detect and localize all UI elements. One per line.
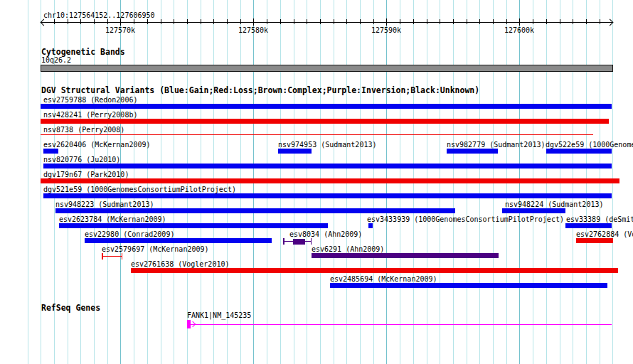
ruler-tick-minor [307, 19, 307, 24]
cytogenetic-section-header: Cytogenetic Bands [41, 48, 125, 56]
ruler-tick-major [253, 18, 254, 26]
feature-label-esv2761638[interactable]: esv2761638 (Vogler2010) [131, 260, 229, 268]
ruler-tick-minor [94, 19, 95, 24]
feature-label-esv3433939[interactable]: esv3433939 (1000GenomesConsortiumPilotPr… [367, 215, 564, 223]
feature-bar-esv2761638[interactable] [131, 268, 618, 273]
ruler-tick-minor [453, 19, 454, 24]
feature-label-esv22980[interactable]: esv22980 (Conrad2009) [85, 230, 174, 238]
feature-bar-nsv428241[interactable] [41, 119, 609, 124]
grid-line-minor [28, 0, 28, 364]
ruler-tick-minor [107, 19, 108, 24]
feature-bar-dgv179n67[interactable] [41, 178, 619, 183]
feature-label-esv2623784[interactable]: esv2623784 (McKernan2009) [59, 215, 166, 223]
ruler-tick-minor [533, 19, 533, 24]
feature-bar-dgv521e59[interactable] [43, 193, 612, 198]
feature-label-nsv8738[interactable]: nsv8738 (Perry2008) [43, 126, 124, 134]
gene-direction-arrow-icon[interactable] [190, 321, 196, 327]
ruler-tick-major [120, 18, 121, 26]
feature-bar-nsv948224[interactable] [502, 208, 565, 213]
feature-bar-nsv948223[interactable] [55, 208, 455, 213]
feature-bar-esv2762884[interactable] [576, 238, 613, 243]
ruler-tick-minor [546, 19, 547, 24]
ruler-tick-minor [147, 19, 148, 24]
dgv-section-header: DGV Structural Variants (Blue:Gain;Red:L… [41, 86, 479, 95]
feature-label-nsv948223[interactable]: nsv948223 (Sudmant2013) [55, 200, 154, 208]
ruler-tick-label: 127570k [105, 26, 135, 34]
feature-span-esv2579697[interactable] [102, 253, 122, 259]
ruler-tick-minor [267, 19, 267, 24]
feature-label-dgv179n67[interactable]: dgv179n67 (Park2010) [43, 171, 129, 178]
ruler-tick-minor [560, 19, 560, 24]
feature-label-dgv522e59[interactable]: dgv522e59 (1000Genome [546, 141, 633, 149]
ruler-tick-minor [294, 19, 294, 24]
ruler-tick-minor [600, 19, 600, 24]
feature-bar-esv3433939[interactable] [368, 223, 373, 228]
feature-label-esv2759788[interactable]: esv2759788 (Redon2006) [43, 96, 137, 104]
ruler-tick-minor [400, 19, 400, 24]
ruler-tick-minor [201, 19, 201, 24]
ruler-tick-minor [174, 19, 174, 24]
feature-label-nsv974953[interactable]: nsv974953 (Sudmant2013) [278, 141, 376, 149]
ruler-tick-minor [479, 19, 480, 24]
feature-label-esv33389[interactable]: esv33389 (deSmit [566, 215, 633, 223]
feature-bar-esv33389[interactable] [565, 223, 612, 228]
feature-line-nsv8738[interactable] [41, 134, 593, 135]
feature-label-nsv948224[interactable]: nsv948224 (Sudmant2013) [505, 200, 603, 208]
feature-label-esv8034[interactable]: esv8034 (Ahn2009) [289, 230, 362, 238]
ruler-tick-minor [161, 19, 161, 24]
ruler-tick-minor [134, 19, 134, 24]
feature-bar-esv22980[interactable] [85, 238, 272, 243]
ruler-tick-minor [373, 19, 374, 24]
ruler-tick-minor [320, 19, 321, 24]
ruler-tick-minor [440, 19, 440, 24]
feature-span-part [102, 256, 122, 257]
feature-label-nsv428241[interactable]: nsv428241 (Perry2008b) [43, 111, 137, 119]
feature-bar-nsv820776[interactable] [43, 164, 612, 168]
ruler-tick-label: 127580k [238, 26, 268, 34]
ruler-tick-label: 127590k [371, 26, 401, 34]
feature-bar-nsv974953[interactable] [278, 149, 312, 154]
ruler-tick-minor [573, 19, 573, 24]
feature-bar-esv2485694[interactable] [330, 283, 607, 288]
ruler-tick-minor [227, 19, 228, 24]
ruler-tick-minor [346, 19, 347, 24]
genome-browser-panel: chr10:127564152..127606950 Cytogenetic B… [0, 0, 633, 364]
feature-label-esv2579697[interactable]: esv2579697 (McKernan2009) [102, 245, 209, 253]
ruler-tick-minor [80, 19, 81, 24]
feature-bar-nsv982779[interactable] [447, 149, 498, 154]
feature-label-nsv982779[interactable]: nsv982779 (Sudmant2013) [447, 141, 545, 149]
ruler-tick-minor [187, 19, 188, 24]
feature-span-esv8034[interactable] [283, 238, 312, 245]
ruler-tick-minor [240, 19, 241, 24]
cytoband-bar[interactable] [41, 65, 613, 72]
ruler-tick-minor [427, 19, 427, 24]
feature-bar-esv2759788[interactable] [41, 104, 612, 109]
ruler-tick-minor [586, 19, 587, 24]
feature-label-esv6291[interactable]: esv6291 (Ahn2009) [312, 245, 384, 253]
ruler-tick-minor [360, 19, 361, 24]
feature-label-esv2485694[interactable]: esv2485694 (McKernan2009) [330, 275, 437, 283]
ruler-tick-major [386, 18, 387, 26]
ruler-tick-minor [280, 19, 281, 24]
ruler-tick-minor [334, 19, 334, 24]
region-coordinates: chr10:127564152..127606950 [43, 11, 155, 19]
gene-label[interactable]: FANK1|NM_145235 [187, 311, 251, 319]
cytoband-label: 10q26.2 [41, 56, 71, 64]
ruler-tick-minor [54, 19, 55, 24]
ruler-tick-label: 127600k [504, 26, 534, 34]
refseq-section-header: RefSeq Genes [41, 304, 100, 312]
feature-label-esv2762884[interactable]: esv2762884 (Vo [576, 230, 633, 238]
ruler-tick-minor [506, 19, 507, 24]
gene-intron-line[interactable] [191, 324, 612, 325]
ruler-tick-minor [493, 19, 494, 24]
feature-bar-esv2620406[interactable] [43, 149, 58, 154]
feature-label-nsv820776[interactable]: nsv820776 (Ju2010) [43, 156, 120, 164]
feature-bar-esv2623784[interactable] [59, 223, 328, 228]
ruler-axis [41, 22, 612, 23]
feature-label-esv2620406[interactable]: esv2620406 (McKernan2009) [43, 141, 151, 149]
feature-label-dgv521e59[interactable]: dgv521e59 (1000GenomesConsortiumPilotPro… [43, 186, 236, 193]
ruler-tick-major [519, 18, 520, 26]
feature-bar-dgv522e59[interactable] [546, 149, 612, 154]
ruler-tick-minor [413, 19, 414, 24]
feature-bar-esv6291[interactable] [312, 253, 499, 258]
